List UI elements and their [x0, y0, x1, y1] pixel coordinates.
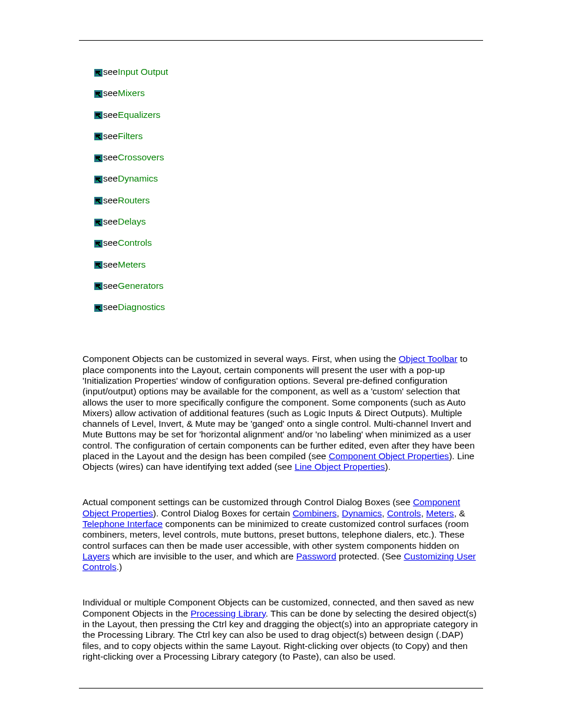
bullet-icon: [94, 196, 103, 204]
text: ,: [337, 508, 342, 518]
see-link[interactable]: Equalizers: [118, 110, 160, 120]
text: ).: [385, 462, 391, 472]
see-label: see: [103, 259, 118, 270]
see-label: see: [103, 238, 118, 248]
text: which are invisible to the user, and whi…: [110, 551, 296, 561]
bullet-icon: [94, 282, 103, 289]
see-link[interactable]: Dynamics: [118, 173, 158, 184]
see-label: see: [103, 131, 118, 141]
text: , &: [454, 508, 465, 518]
keycap: Ctrl: [213, 619, 227, 629]
see-link[interactable]: Delays: [118, 216, 146, 227]
keycap: Ctrl: [196, 630, 210, 640]
bullet-icon: [94, 175, 103, 183]
see-label: see: [103, 67, 118, 77]
bullet-icon: [94, 304, 103, 311]
link-processing-library[interactable]: Processing Library: [191, 608, 266, 618]
see-item: see Input Output: [94, 67, 483, 77]
bullet-icon: [94, 239, 103, 247]
see-item: see Delays: [94, 216, 483, 227]
see-link[interactable]: Mixers: [118, 88, 145, 98]
see-item: see Controls: [94, 238, 483, 248]
bullet-icon: [94, 111, 103, 118]
see-link[interactable]: Generators: [118, 281, 164, 291]
bullet-icon: [94, 154, 103, 162]
text: Actual component settings can be customi…: [82, 497, 413, 507]
link-component-object-properties[interactable]: Component Object Properties: [329, 451, 449, 461]
see-label: see: [103, 302, 118, 312]
see-item: see Mixers: [94, 88, 483, 98]
link-telephone-interface[interactable]: Telephone Interface: [82, 519, 163, 529]
link-combiners[interactable]: Combiners: [293, 508, 337, 518]
paragraph-2: Actual component settings can be customi…: [82, 497, 483, 572]
link-password[interactable]: Password: [296, 551, 336, 561]
see-item: see Dynamics: [94, 173, 483, 184]
paragraph-3: Individual or multiple Component Objects…: [82, 597, 483, 662]
text: Component Objects can be customized in s…: [82, 354, 399, 364]
bullet-icon: [94, 90, 103, 97]
text: protected. (See: [336, 551, 404, 561]
bullet-icon: [94, 218, 103, 226]
see-item: see Equalizers: [94, 110, 483, 120]
link-controls[interactable]: Controls: [387, 508, 421, 518]
see-label: see: [103, 173, 118, 184]
see-item: see Filters: [94, 131, 483, 141]
text: to place components into the Layout, cer…: [82, 354, 475, 461]
text: ,: [421, 508, 427, 518]
see-link[interactable]: Crossovers: [118, 152, 164, 163]
see-item: see Meters: [94, 259, 483, 270]
see-label: see: [103, 195, 118, 206]
see-link[interactable]: Filters: [118, 131, 143, 141]
bullet-icon: [94, 261, 103, 268]
see-link[interactable]: Diagnostics: [118, 302, 165, 312]
see-link[interactable]: Controls: [118, 238, 152, 248]
text: .): [117, 562, 122, 572]
see-label: see: [103, 216, 118, 227]
see-link[interactable]: Routers: [118, 195, 150, 206]
link-layers[interactable]: Layers: [82, 551, 110, 561]
see-link[interactable]: Input Output: [118, 67, 168, 77]
see-list: see Input Output see Mixers see Equalize…: [94, 67, 483, 312]
content-area: see Input Output see Mixers see Equalize…: [0, 41, 562, 662]
see-label: see: [103, 152, 118, 163]
link-meters[interactable]: Meters: [426, 508, 454, 518]
see-item: see Generators: [94, 281, 483, 291]
see-item: see Diagnostics: [94, 302, 483, 312]
bullet-icon: [94, 68, 103, 76]
see-item: see Crossovers: [94, 152, 483, 163]
see-link[interactable]: Meters: [118, 259, 146, 270]
paragraph-1: Component Objects can be customized in s…: [82, 354, 483, 472]
link-dynamics[interactable]: Dynamics: [342, 508, 382, 518]
link-line-object-properties[interactable]: Line Object Properties: [295, 462, 385, 472]
see-label: see: [103, 110, 118, 120]
bullet-icon: [94, 132, 103, 140]
see-label: see: [103, 281, 118, 291]
see-item: see Routers: [94, 195, 483, 206]
text: ,: [382, 508, 387, 518]
link-object-toolbar[interactable]: Object Toolbar: [399, 354, 458, 364]
see-label: see: [103, 88, 118, 98]
bottom-rule: [79, 688, 483, 689]
text: ). Control Dialog Boxes for certain: [153, 508, 293, 518]
